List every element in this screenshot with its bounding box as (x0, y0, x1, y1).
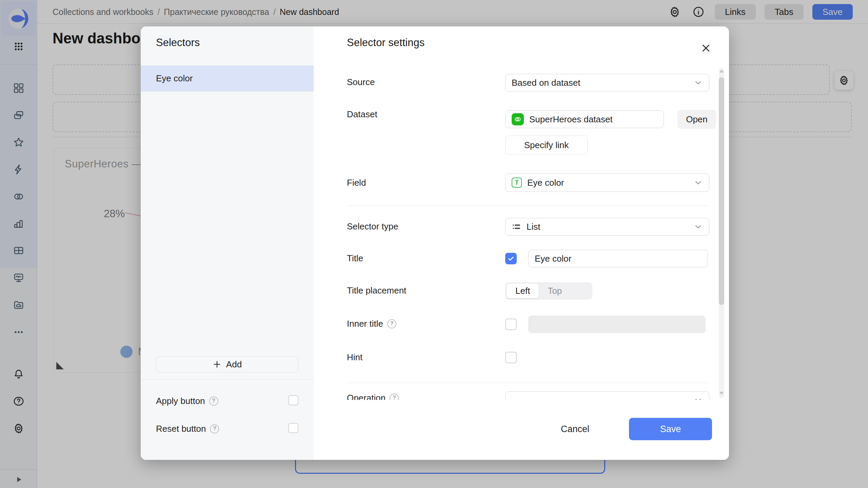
specify-link-button[interactable]: Specify link (505, 136, 588, 155)
reset-button-checkbox[interactable] (288, 423, 298, 433)
hint-checkbox[interactable] (505, 352, 517, 363)
inner-title-checkbox[interactable] (505, 319, 517, 330)
title-placement-segmented: Left Top (505, 282, 592, 300)
form-divider (347, 383, 709, 383)
field-value: Eye color (527, 178, 564, 188)
open-dataset-button[interactable]: Open (677, 110, 716, 129)
dataset-select[interactable]: SuperHeroes dataset (505, 110, 664, 128)
save-button[interactable]: Save (629, 418, 712, 440)
dialog-title: Selector settings (347, 37, 425, 49)
operation-label: Operation (347, 392, 399, 400)
selector-list-item[interactable]: Eye color (141, 65, 314, 92)
chevron-down-icon (694, 179, 702, 187)
source-label: Source (347, 76, 375, 88)
source-select[interactable]: Based on dataset (505, 74, 709, 92)
title-placement-label: Title placement (347, 285, 406, 296)
hint-label: Hint (347, 351, 362, 363)
apply-button-label: Apply button (156, 396, 205, 406)
reset-help-icon[interactable] (210, 424, 219, 433)
chevron-down-icon (694, 223, 702, 231)
placement-left-option[interactable]: Left (507, 284, 539, 298)
add-selector-button[interactable]: Add (156, 356, 298, 372)
selector-type-value: List (527, 222, 540, 232)
selectors-panel: Selectors Eye color Add Apply button Res… (141, 26, 314, 460)
panel-divider (141, 379, 314, 380)
apply-help-icon[interactable] (209, 396, 218, 406)
inner-title-help-icon[interactable] (387, 319, 396, 328)
title-label: Title (347, 252, 363, 264)
dataset-label: Dataset (347, 108, 377, 120)
scroll-down-icon[interactable] (719, 392, 724, 395)
apply-button-row-label: Apply button (156, 395, 218, 407)
form-divider (347, 206, 709, 206)
close-icon[interactable] (698, 41, 713, 56)
source-value: Based on dataset (512, 78, 580, 88)
inner-title-input (528, 316, 706, 333)
reset-button-label: Reset button (156, 424, 206, 434)
settings-scrollbar-thumb[interactable] (719, 77, 724, 305)
selector-settings-dialog: Selectors Eye color Add Apply button Res… (141, 26, 729, 460)
operation-help-icon[interactable] (390, 393, 399, 400)
dataset-name: SuperHeroes dataset (529, 114, 613, 125)
check-icon (507, 255, 515, 262)
dataset-icon (512, 113, 524, 125)
add-selector-label: Add (226, 359, 242, 370)
selector-type-select[interactable]: List (505, 218, 709, 236)
title-input[interactable]: Eye color (528, 250, 708, 267)
plus-icon (213, 360, 221, 369)
title-checkbox[interactable] (505, 253, 517, 264)
field-select[interactable]: T Eye color (505, 174, 709, 192)
field-label: Field (347, 177, 366, 188)
list-icon (512, 222, 521, 231)
app-root: Collections and workbooks / Практические… (0, 0, 868, 488)
inner-title-label: Inner title (347, 318, 396, 329)
string-field-type-icon: T (512, 178, 522, 188)
chevron-down-icon (694, 396, 702, 400)
placement-top-option[interactable]: Top (539, 284, 571, 298)
selectors-panel-title: Selectors (156, 37, 200, 49)
scroll-up-icon[interactable] (719, 69, 724, 73)
reset-button-row-label: Reset button (156, 423, 219, 434)
operation-select[interactable] (505, 391, 709, 400)
selector-type-label: Selector type (347, 221, 398, 232)
settings-scroll-area[interactable]: Source Based on dataset Dataset SuperHer… (314, 66, 729, 400)
chevron-down-icon (694, 79, 702, 87)
cancel-button[interactable]: Cancel (550, 419, 600, 439)
apply-button-checkbox[interactable] (288, 395, 298, 405)
